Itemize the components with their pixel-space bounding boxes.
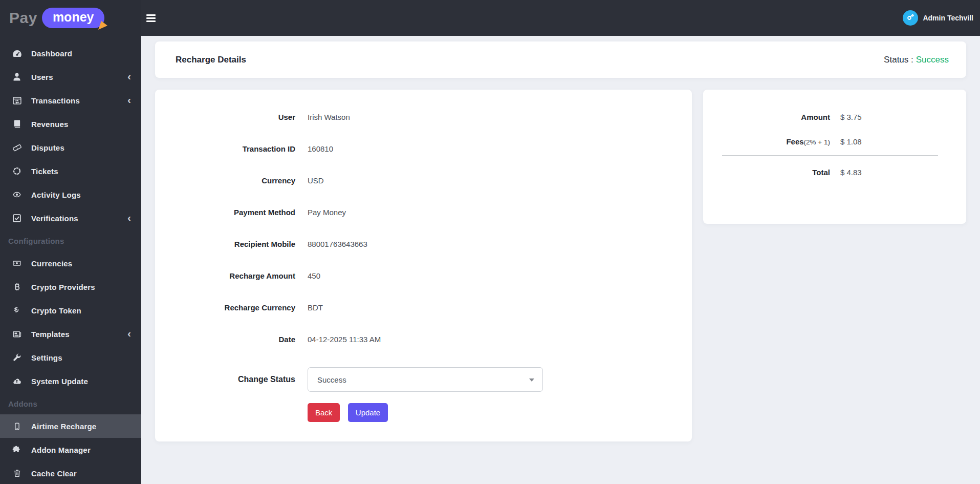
field-value: 88001763643663 [308, 240, 692, 248]
sidebar-item-settings[interactable]: Settings [0, 346, 141, 369]
chevron-left-icon: ‹ [127, 212, 131, 223]
sidebar-item-label: Templates [31, 330, 70, 339]
sidebar-item-transactions[interactable]: Transactions‹ [0, 89, 141, 112]
sidebar-item-label: Crypto Token [31, 306, 81, 315]
amount-summary-card: Amount$ 3.75Fees(2% + 1)$ 1.08 Total $ 4… [703, 90, 966, 224]
currencies-icon [11, 258, 23, 268]
sidebar-item-label: Tickets [31, 167, 58, 176]
key-icon [906, 12, 915, 24]
chevron-left-icon: ‹ [127, 71, 131, 81]
sidebar-menu: DashboardUsers‹Transactions‹RevenuesDisp… [0, 36, 141, 484]
status-line: Status :Success [884, 55, 949, 65]
status-label: Status : [884, 55, 913, 65]
chevron-left-icon: ‹ [127, 328, 131, 339]
sidebar-item-revenues[interactable]: Revenues [0, 112, 141, 136]
detail-row-payment-method: Payment MethodPay Money [155, 196, 692, 228]
avatar[interactable] [903, 10, 918, 26]
brand-logo[interactable]: Pay money [0, 0, 141, 36]
brand-logo-money-text: money [53, 10, 94, 24]
summary-divider [722, 155, 938, 156]
user-menu[interactable]: Admin Techvill [903, 10, 980, 26]
cache-clear-icon [11, 468, 23, 478]
sidebar-item-airtime-recharge[interactable]: Airtime Recharge [0, 414, 141, 438]
field-label: Recharge Currency [155, 303, 295, 312]
detail-row-date: Date04-12-2025 11:33 AM [155, 323, 692, 355]
sidebar-item-dashboard[interactable]: Dashboard [0, 41, 141, 65]
verifications-icon [11, 213, 23, 223]
form-actions-row: Back Update [155, 403, 692, 422]
sidebar-item-label: Cache Clear [31, 469, 77, 478]
sidebar-item-cache-clear[interactable]: Cache Clear [0, 461, 141, 484]
sidebar-item-verifications[interactable]: Verifications‹ [0, 206, 141, 230]
crypto-providers-icon [11, 282, 23, 292]
sidebar-item-label: Settings [31, 353, 62, 362]
admin-user-name: Admin Techvill [923, 14, 973, 22]
change-status-select[interactable]: Success [308, 367, 543, 392]
sidebar-item-crypto-token[interactable]: Crypto Token [0, 299, 141, 322]
chevron-down-icon [529, 378, 534, 382]
field-value: 04-12-2025 11:33 AM [308, 335, 692, 344]
sidebar-item-label: Verifications [31, 214, 78, 223]
sidebar-item-label: Revenues [31, 120, 68, 129]
update-button[interactable]: Update [348, 403, 388, 422]
sidebar-item-label: Users [31, 73, 53, 81]
system-update-icon [11, 376, 23, 386]
sidebar-item-label: Airtime Recharge [31, 422, 96, 431]
sidebar-item-disputes[interactable]: Disputes [0, 136, 141, 159]
chevron-left-icon: ‹ [127, 94, 131, 105]
change-status-row: Change Status Success [155, 367, 692, 392]
tickets-icon [11, 166, 23, 176]
field-value: USD [308, 176, 692, 185]
cursor-arrow-icon [97, 19, 108, 32]
airtime-recharge-icon [11, 421, 23, 431]
total-value: $ 4.83 [840, 168, 966, 177]
sidebar-item-system-update[interactable]: System Update [0, 369, 141, 393]
detail-row-user: UserIrish Watson [155, 101, 692, 133]
crypto-token-icon [11, 305, 23, 315]
detail-row-recipient-mobile: Recipient Mobile88001763643663 [155, 228, 692, 260]
transactions-icon [11, 95, 23, 106]
disputes-icon [11, 142, 23, 153]
sidebar-item-users[interactable]: Users‹ [0, 65, 141, 89]
sidebar-item-label: Addon Manager [31, 446, 91, 454]
recharge-detail-card: UserIrish WatsonTransaction ID160810Curr… [155, 90, 692, 441]
detail-row-currency: CurrencyUSD [155, 164, 692, 196]
field-value: Pay Money [308, 208, 692, 217]
page-title: Recharge Details [176, 55, 246, 65]
field-label: Currency [155, 176, 295, 185]
sidebar-item-label: Activity Logs [31, 191, 81, 199]
field-value: Irish Watson [308, 113, 692, 121]
summary-row-fees: Fees(2% + 1)$ 1.08 [703, 129, 966, 154]
field-label: Date [155, 335, 295, 344]
users-icon [11, 72, 23, 82]
sidebar-item-label: Transactions [31, 96, 80, 105]
back-button[interactable]: Back [308, 403, 340, 422]
sidebar-item-currencies[interactable]: Currencies [0, 251, 141, 275]
summary-label-note: (2% + 1) [804, 138, 830, 146]
sidebar-item-templates[interactable]: Templates‹ [0, 322, 141, 346]
addon-manager-icon [11, 445, 23, 455]
dashboard-icon [11, 48, 23, 58]
sidebar-item-label: Disputes [31, 143, 64, 152]
sidebar-item-label: Dashboard [31, 49, 72, 58]
sidebar-section-configurations: Configurations [0, 230, 141, 251]
field-label: Payment Method [155, 208, 295, 217]
field-label: User [155, 113, 295, 121]
detail-fields: UserIrish WatsonTransaction ID160810Curr… [155, 101, 692, 355]
summary-label: Amount [703, 113, 830, 121]
sidebar-item-activity-logs[interactable]: Activity Logs [0, 183, 141, 206]
field-value: 450 [308, 271, 692, 280]
sidebar-item-addon-manager[interactable]: Addon Manager [0, 438, 141, 461]
sidebar-item-crypto-providers[interactable]: Crypto Providers [0, 275, 141, 299]
total-label: Total [703, 168, 830, 177]
summary-value: $ 1.08 [840, 137, 966, 146]
field-value: 160810 [308, 144, 692, 153]
hamburger-icon[interactable] [143, 10, 159, 27]
field-value: BDT [308, 303, 692, 312]
topbar: Admin Techvill [141, 0, 980, 36]
summary-label: Fees(2% + 1) [703, 137, 830, 146]
sidebar-item-tickets[interactable]: Tickets [0, 159, 141, 183]
detail-row-transaction-id: Transaction ID160810 [155, 133, 692, 164]
change-status-selected-value: Success [317, 375, 346, 384]
sidebar: Pay money DashboardUsers‹Transactions‹Re… [0, 0, 141, 484]
